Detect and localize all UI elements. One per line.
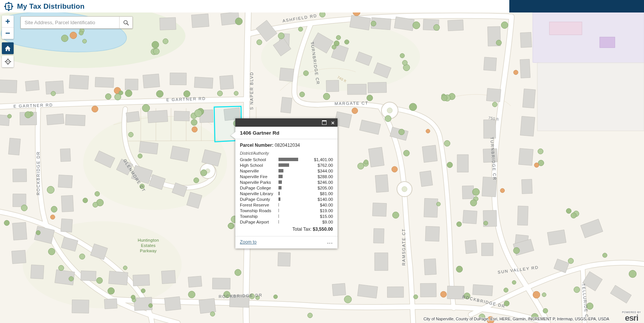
tax-row-amount: $15.00 <box>300 214 333 219</box>
tax-row-label: Township <box>240 214 278 219</box>
search-input[interactable] <box>21 17 119 28</box>
tax-row-amount: $140.00 <box>300 197 333 202</box>
tax-row-label: Township Roads <box>240 208 278 213</box>
search-box <box>20 16 133 29</box>
tax-row: Township$15.00 <box>240 213 333 219</box>
tax-row-amount: $1,401.00 <box>300 157 333 162</box>
tax-row-amount: $762.00 <box>300 163 333 168</box>
parcel-popup: × 1406 Gartner Rd Parcel Number: 0820412… <box>235 118 338 248</box>
tax-row-bar <box>278 158 300 161</box>
maximize-icon[interactable] <box>322 120 327 125</box>
area-label-huntington-2: Estates <box>141 243 156 248</box>
close-icon[interactable]: × <box>331 120 334 126</box>
road-label-ramsgate: RAMSGATE CT <box>401 228 406 266</box>
road-label-naper: S NAPER BLVD <box>249 72 254 110</box>
zoom-controls: + − <box>2 16 14 39</box>
tax-row-bar <box>278 197 300 201</box>
tax-row-bar <box>278 169 300 172</box>
header-right-panel <box>509 0 644 12</box>
search-button[interactable] <box>119 17 132 28</box>
home-icon <box>5 45 11 51</box>
tax-row-bar <box>278 209 300 212</box>
tax-row-amount: $205.00 <box>300 186 333 190</box>
tax-row-label: Grade School <box>240 157 278 162</box>
tax-row: DuPage County$140.00 <box>240 196 333 202</box>
tax-row-label: Naperville Library <box>240 191 278 196</box>
tax-row-amount: $246.00 <box>300 180 333 185</box>
zoom-to-link[interactable]: Zoom to <box>240 239 257 245</box>
road-label-rockbridge-1: ROCKBRIDGE DR <box>36 151 40 195</box>
tax-row-label: Naperville Fire <box>240 174 278 179</box>
tax-row: High School$762.00 <box>240 162 333 168</box>
tax-row: Naperville$344.00 <box>240 168 333 174</box>
total-tax-line: Total Tax: $3,550.00 <box>240 227 333 232</box>
locate-icon <box>5 58 11 65</box>
app-logo-icon: $ <box>4 2 14 11</box>
tax-row-amount: $40.00 <box>300 203 333 207</box>
locate-button[interactable] <box>2 56 14 67</box>
road-label-margate: MARGATE CT <box>334 101 368 106</box>
total-tax-amount: $3,550.00 <box>313 227 333 232</box>
tax-distribution-chart: Grade School$1,401.00 High School$762.00… <box>240 157 333 225</box>
zoom-in-button[interactable]: + <box>2 16 14 27</box>
tax-row: Forest Reserve$40.00 <box>240 202 333 208</box>
zoom-out-button[interactable]: − <box>2 27 14 39</box>
tax-row-amount: $9.00 <box>300 220 333 224</box>
district-authority-label: District/Authority <box>240 151 333 155</box>
tax-row-label: High School <box>240 163 278 168</box>
popup-content: Parcel Number: 0820412034 District/Autho… <box>235 139 338 233</box>
tax-row: Township Roads$19.00 <box>240 208 333 213</box>
parcel-number-label: Parcel Number: <box>240 143 274 148</box>
home-button[interactable] <box>2 42 14 54</box>
tax-row-label: Forest Reserve <box>240 203 278 207</box>
tax-row-label: DuPage County <box>240 197 278 202</box>
tax-row-amount: $288.00 <box>300 174 333 179</box>
popup-title: 1406 Gartner Rd <box>235 127 338 139</box>
tax-row-bar <box>278 220 300 224</box>
tax-row-bar <box>278 186 300 189</box>
right-regions <box>533 12 644 131</box>
area-label-huntington-1: Huntington <box>138 238 159 242</box>
tax-row: DuPage Airport$9.00 <box>240 219 333 225</box>
tax-row-bar <box>278 203 300 207</box>
popup-header[interactable]: × <box>235 118 338 127</box>
app-window: ASHFIELD RD E GARTNER RD E GARTNER RD S … <box>0 0 644 323</box>
search-icon <box>123 20 129 26</box>
area-label-huntington-3: Parkway <box>140 248 157 253</box>
tax-row-bar <box>278 175 300 178</box>
more-options-button[interactable]: ... <box>327 241 333 244</box>
tax-row-label: Naperville <box>240 169 278 173</box>
tax-row-bar <box>278 214 300 218</box>
parcel-number-line: Parcel Number: 0820412034 <box>240 143 333 148</box>
tax-row: Naperville Parks$246.00 <box>240 179 333 185</box>
popup-pointer <box>231 132 235 139</box>
tax-row: Grade School$1,401.00 <box>240 157 333 162</box>
map-attribution: City of Naperville, County of DuPage, Es… <box>423 317 609 321</box>
tax-row-bar <box>278 163 300 167</box>
tax-row: DuPage College$205.00 <box>240 185 333 191</box>
esri-wordmark: esri <box>622 314 641 322</box>
tax-row-bar <box>278 180 300 184</box>
tax-row: Naperville Fire$288.00 <box>240 174 333 179</box>
tax-row: Naperville Library$81.00 <box>240 191 333 196</box>
tax-row-amount: $81.00 <box>300 191 333 196</box>
tax-row-amount: $19.00 <box>300 208 333 213</box>
tax-row-label: Naperville Parks <box>240 180 278 185</box>
tax-row-label: DuPage College <box>240 186 278 190</box>
esri-logo: POWERED BY esri <box>622 311 641 323</box>
popup-footer: Zoom to ... <box>235 236 338 248</box>
tax-row-amount: $344.00 <box>300 169 333 173</box>
page-title: My Tax Distribution <box>17 2 85 11</box>
total-tax-label: Total Tax: <box>292 227 311 232</box>
parcel-number-value: 0820412034 <box>275 143 300 148</box>
tax-row-label: DuPage Airport <box>240 220 278 224</box>
svg-text:$: $ <box>8 4 10 9</box>
tax-row-bar <box>278 192 300 195</box>
